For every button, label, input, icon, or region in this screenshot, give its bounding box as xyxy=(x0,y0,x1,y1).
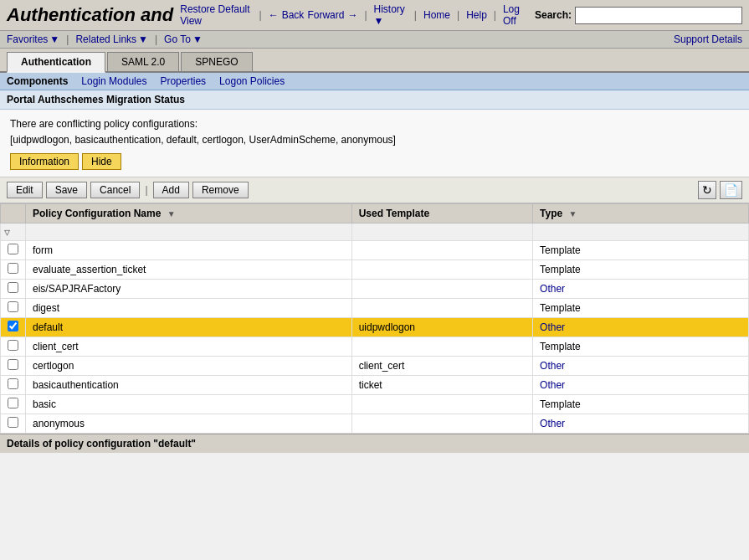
row-template xyxy=(351,280,532,299)
save-button[interactable]: Save xyxy=(46,182,87,198)
policy-table: Policy Configuration Name ▼ Used Templat… xyxy=(0,203,749,434)
sep5: | xyxy=(494,9,496,21)
row-checkbox-cell xyxy=(1,414,26,434)
row-policy-name: basicauthentication xyxy=(26,376,352,395)
table-row[interactable]: certlogonclient_certOther xyxy=(1,357,749,376)
logout-link[interactable]: Log Off xyxy=(503,3,528,27)
table-row[interactable]: basicauthenticationticketOther xyxy=(1,376,749,395)
subnav-login-modules[interactable]: Login Modules xyxy=(81,75,146,87)
row-checkbox[interactable] xyxy=(8,244,18,254)
row-policy-name: certlogon xyxy=(26,357,352,376)
row-type: Other xyxy=(533,357,749,376)
toolbar: Favorites ▼ | Related Links ▼ | Go To ▼ … xyxy=(0,31,749,49)
col-check-header xyxy=(1,204,26,223)
table-row[interactable]: eis/SAPJRAFactoryOther xyxy=(1,280,749,299)
sep1: | xyxy=(259,9,262,21)
row-checkbox-cell xyxy=(1,280,26,299)
col-type-header[interactable]: Type ▼ xyxy=(533,204,749,223)
restore-default-view-link[interactable]: Restore Default View xyxy=(180,3,252,27)
sep3: | xyxy=(414,9,417,21)
row-checkbox-cell xyxy=(1,357,26,376)
row-checkbox[interactable] xyxy=(8,301,18,312)
row-type: Template xyxy=(533,299,749,318)
page-title: Authentication and xyxy=(7,4,173,26)
row-checkbox-cell xyxy=(1,260,26,280)
sort-icon: ▼ xyxy=(167,209,176,218)
warning-area: There are conflicting policy configurati… xyxy=(0,110,749,177)
subnav-logon-policies[interactable]: Logon Policies xyxy=(219,75,285,87)
row-checkbox-cell xyxy=(1,337,26,357)
support-details-link[interactable]: Support Details xyxy=(674,33,742,45)
row-type: Template xyxy=(533,337,749,357)
forward-link[interactable]: Forward xyxy=(307,9,344,21)
filter-template-cell xyxy=(351,223,532,241)
back-link[interactable]: Back xyxy=(282,9,305,21)
row-checkbox-cell xyxy=(1,318,26,337)
row-checkbox[interactable] xyxy=(8,263,18,274)
row-policy-name: anonymous xyxy=(26,414,352,434)
sep4: | xyxy=(457,9,459,21)
search-area: Search: xyxy=(535,7,742,24)
filter-type-cell xyxy=(533,223,749,241)
row-template: client_cert xyxy=(351,357,532,376)
col-template-header[interactable]: Used Template xyxy=(351,204,532,223)
warning-buttons: Information Hide xyxy=(10,153,739,170)
table-row[interactable]: evaluate_assertion_ticketTemplate xyxy=(1,260,749,280)
row-template: uidpwdlogon xyxy=(351,318,532,337)
row-checkbox[interactable] xyxy=(8,321,18,331)
row-policy-name: form xyxy=(26,241,352,260)
search-input[interactable] xyxy=(575,7,742,24)
forward-arrow-icon: → xyxy=(347,9,357,21)
search-label: Search: xyxy=(535,9,572,21)
sort-type-icon: ▼ xyxy=(569,209,577,218)
table-row[interactable]: digestTemplate xyxy=(1,299,749,318)
remove-button[interactable]: Remove xyxy=(192,182,249,198)
row-type: Template xyxy=(533,241,749,260)
favorites-menu[interactable]: Favorites ▼ xyxy=(7,33,59,45)
help-link[interactable]: Help xyxy=(466,9,487,21)
header: Authentication and Restore Default View … xyxy=(0,0,749,31)
tab-saml[interactable]: SAML 2.0 xyxy=(107,52,179,71)
row-checkbox[interactable] xyxy=(8,282,18,293)
tab-authentication[interactable]: Authentication xyxy=(7,52,105,73)
table-row[interactable]: anonymousOther xyxy=(1,414,749,434)
history-link[interactable]: History ▼ xyxy=(374,3,408,27)
row-template xyxy=(351,395,532,414)
row-policy-name: basic xyxy=(26,395,352,414)
subnav-components[interactable]: Components xyxy=(7,75,68,87)
go-to-menu[interactable]: Go To ▼ xyxy=(164,33,203,45)
tab-spnego[interactable]: SPNEGO xyxy=(181,52,252,71)
sep2: | xyxy=(364,9,367,21)
row-type: Other xyxy=(533,376,749,395)
filter-row: ▿ xyxy=(1,223,749,241)
col-name-header[interactable]: Policy Configuration Name ▼ xyxy=(26,204,352,223)
hide-button[interactable]: Hide xyxy=(82,153,121,170)
table-row[interactable]: defaultuidpwdlogonOther xyxy=(1,318,749,337)
row-checkbox[interactable] xyxy=(8,417,18,428)
row-checkbox[interactable] xyxy=(8,398,18,408)
table-row[interactable]: basicTemplate xyxy=(1,395,749,414)
action-bar: Edit Save Cancel | Add Remove ↻ 📄 xyxy=(0,177,749,203)
add-button[interactable]: Add xyxy=(153,182,189,198)
row-type: Other xyxy=(533,280,749,299)
cancel-button[interactable]: Cancel xyxy=(90,182,140,198)
row-checkbox[interactable] xyxy=(8,378,18,389)
table-row[interactable]: formTemplate xyxy=(1,241,749,260)
table-body: formTemplateevaluate_assertion_ticketTem… xyxy=(1,241,749,434)
action-left: Edit Save Cancel | Add Remove xyxy=(7,182,249,198)
export-icon[interactable]: 📄 xyxy=(720,181,742,199)
subnav-properties[interactable]: Properties xyxy=(160,75,206,87)
row-checkbox-cell xyxy=(1,395,26,414)
edit-button[interactable]: Edit xyxy=(7,182,43,198)
row-checkbox[interactable] xyxy=(8,340,18,351)
row-template xyxy=(351,260,532,280)
home-link[interactable]: Home xyxy=(423,9,450,21)
row-checkbox[interactable] xyxy=(8,359,18,370)
related-links-menu[interactable]: Related Links ▼ xyxy=(75,33,148,45)
table-row[interactable]: client_certTemplate xyxy=(1,337,749,357)
refresh-icon[interactable]: ↻ xyxy=(698,181,716,199)
action-right: ↻ 📄 xyxy=(698,181,742,199)
row-policy-name: client_cert xyxy=(26,337,352,357)
row-template xyxy=(351,241,532,260)
information-button[interactable]: Information xyxy=(10,153,79,170)
